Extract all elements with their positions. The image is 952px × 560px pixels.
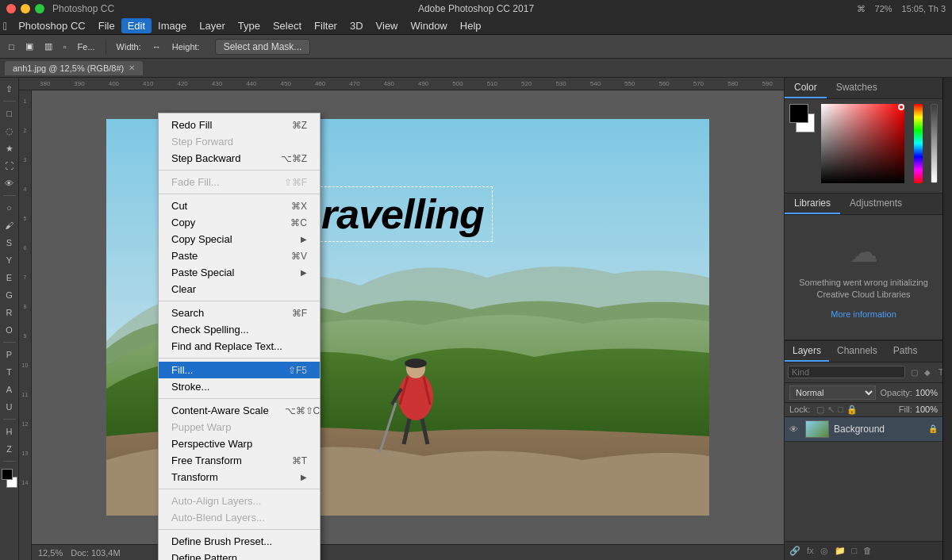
title-bar: Photoshop CC Adobe Photoshop CC 2017 ⌘ 7…	[0, 0, 952, 17]
quick-select-tool[interactable]: ★	[2, 140, 17, 156]
tab-swatches[interactable]: Swatches	[827, 78, 887, 98]
right-scrollbar[interactable]	[942, 78, 952, 560]
close-button[interactable]	[6, 4, 16, 13]
menu-window[interactable]: Window	[405, 18, 454, 33]
menu-item-define-pattern---[interactable]: Define Pattern...	[159, 550, 320, 560]
lasso-tool[interactable]: ◌	[2, 123, 17, 139]
menu-file[interactable]: File	[92, 18, 121, 33]
menu-item-perspective-warp[interactable]: Perspective Warp	[159, 435, 320, 452]
clone-stamp-tool[interactable]: S	[2, 235, 17, 251]
add-mask-icon[interactable]: ◎	[820, 546, 828, 556]
lock-all-icon[interactable]: 🔒	[846, 405, 858, 415]
menu-item-clear[interactable]: Clear	[159, 281, 320, 297]
color-hue-bar[interactable]	[914, 104, 923, 183]
eyedropper-tool[interactable]: 👁	[2, 175, 17, 191]
menu-item-stroke---[interactable]: Stroke...	[159, 378, 320, 395]
menu-item-fill---[interactable]: Fill...⇧F5	[159, 362, 320, 378]
traffic-lights[interactable]	[6, 4, 44, 13]
zoom-tool[interactable]: Z	[2, 441, 17, 457]
add-style-icon[interactable]: fx	[807, 546, 814, 556]
pen-tool[interactable]: P	[2, 347, 17, 362]
foreground-color-swatch-panel[interactable]	[789, 104, 808, 123]
new-layer-icon[interactable]: □	[852, 546, 858, 556]
shape-tool[interactable]: U	[2, 399, 17, 415]
menu-filter[interactable]: Filter	[308, 18, 344, 33]
dodge-tool[interactable]: O	[2, 322, 17, 338]
menu-edit[interactable]: Edit	[121, 18, 152, 33]
opacity-value[interactable]: 100%	[916, 388, 938, 397]
menu-layer[interactable]: Layer	[193, 18, 232, 33]
foreground-color-swatch[interactable]	[2, 469, 13, 480]
color-picker-gradient[interactable]	[821, 104, 905, 183]
menu-image[interactable]: Image	[152, 18, 193, 33]
tool-option-3[interactable]: ▥	[40, 40, 56, 53]
menu-item-cut[interactable]: Cut⌘X	[159, 198, 320, 214]
filter-pixel-icon[interactable]: ▢	[908, 366, 919, 378]
menu-item-transform[interactable]: Transform▶	[159, 469, 320, 485]
color-opacity-bar[interactable]	[931, 104, 938, 183]
menu-item-step-backward[interactable]: Step Backward⌥⌘Z	[159, 150, 320, 167]
layers-search-input[interactable]	[788, 366, 905, 378]
blur-tool[interactable]: R	[2, 305, 17, 320]
spot-heal-tool[interactable]: ○	[2, 200, 17, 216]
menu-select[interactable]: Select	[267, 18, 308, 33]
fullscreen-button[interactable]	[35, 4, 44, 13]
apple-menu[interactable]: 	[3, 20, 7, 33]
menu-help[interactable]: Help	[454, 18, 488, 33]
tool-option-2[interactable]: ▣	[21, 40, 37, 53]
crop-tool[interactable]: ⛶	[2, 158, 17, 174]
menu-item-free-transform[interactable]: Free Transform⌘T	[159, 452, 320, 469]
tab-channels[interactable]: Channels	[829, 341, 885, 362]
link-layers-icon[interactable]: 🔗	[789, 546, 800, 556]
menu-item-search[interactable]: Search⌘F	[159, 305, 320, 321]
canvas-content[interactable]: ravelling	[32, 90, 784, 544]
lock-artboard-icon[interactable]: □	[838, 405, 843, 415]
eraser-tool[interactable]: E	[2, 270, 17, 286]
menu-photoshop[interactable]: Photoshop CC	[12, 18, 92, 33]
document-tab[interactable]: anh1.jpg @ 12,5% (RGB/8#) ✕	[5, 61, 143, 75]
minimize-button[interactable]	[21, 4, 30, 13]
history-brush-tool[interactable]: Y	[2, 252, 17, 268]
libraries-more-info-link[interactable]: More information	[831, 309, 896, 319]
toolbar-arrow[interactable]: ↔	[148, 40, 165, 53]
tab-color[interactable]: Color	[785, 78, 827, 98]
lock-move-icon[interactable]: ↖	[827, 405, 835, 415]
menu-item-redo-fill[interactable]: Redo Fill⌘Z	[159, 117, 320, 133]
tab-layers[interactable]: Layers	[785, 341, 829, 362]
menu-item-copy[interactable]: Copy⌘C	[159, 214, 320, 231]
new-group-icon[interactable]: 📁	[835, 546, 846, 556]
path-select-tool[interactable]: A	[2, 382, 17, 397]
marquee-tool[interactable]: □	[2, 105, 17, 121]
filter-adjust-icon[interactable]: ◆	[922, 366, 933, 378]
menu-type[interactable]: Type	[232, 18, 267, 33]
select-mask-button[interactable]: Select and Mask...	[215, 39, 311, 55]
menu-item-find-and-replace-text---[interactable]: Find and Replace Text...	[159, 338, 320, 355]
menu-item-define-brush-preset---[interactable]: Define Brush Preset...	[159, 533, 320, 550]
tab-adjustments[interactable]: Adjustments	[840, 194, 912, 214]
menu-item-check-spelling---[interactable]: Check Spelling...	[159, 321, 320, 338]
hand-tool[interactable]: H	[2, 424, 17, 439]
menu-3d[interactable]: 3D	[344, 18, 370, 33]
brush-tool[interactable]: 🖌	[2, 217, 17, 233]
tool-option-4[interactable]: ▫	[60, 40, 71, 53]
tab-close-button[interactable]: ✕	[129, 63, 135, 72]
fill-value[interactable]: 100%	[916, 405, 938, 414]
delete-layer-icon[interactable]: 🗑	[863, 546, 872, 556]
menu-item-paste[interactable]: Paste⌘V	[159, 247, 320, 264]
layer-visibility-icon[interactable]: 👁	[789, 424, 800, 434]
fg-bg-swatches[interactable]	[789, 104, 815, 132]
move-tool[interactable]: ⇧	[2, 81, 17, 97]
menu-item-paste-special[interactable]: Paste Special▶	[159, 264, 320, 281]
type-tool[interactable]: T	[2, 364, 17, 380]
layer-item-background[interactable]: 👁 Background 🔒	[785, 417, 942, 442]
lock-pixels-icon[interactable]: ▢	[816, 405, 824, 415]
tab-paths[interactable]: Paths	[885, 341, 926, 362]
tab-libraries[interactable]: Libraries	[785, 194, 840, 214]
blend-mode-select[interactable]: Normal	[789, 385, 876, 400]
menu-item-content-aware-scale[interactable]: Content-Aware Scale⌥⌘⇧C	[159, 402, 320, 419]
gradient-tool[interactable]: G	[2, 287, 17, 303]
tool-option-1[interactable]: □	[5, 40, 18, 53]
fg-bg-color-picker[interactable]	[0, 467, 19, 489]
menu-item-copy-special[interactable]: Copy Special▶	[159, 231, 320, 247]
menu-view[interactable]: View	[370, 18, 405, 33]
